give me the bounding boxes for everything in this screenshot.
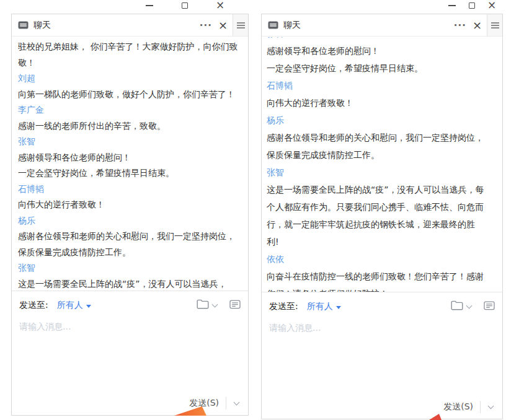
message-text: 一定会坚守好岗位，希望疫情早日结束。	[18, 165, 241, 182]
maximize-icon[interactable]	[467, 1, 477, 10]
panel-close-icon[interactable]: ×	[216, 14, 233, 37]
message-text: 向奋斗在疫情防控一线的老师们致敬！您们辛苦了！感谢您们！请各位老师们做好防护！	[267, 268, 486, 292]
chat-window: 聊天 ··· × 张智感谢领导和各位老师的慰问！一定会坚守好岗位，希望疫情早日结…	[261, 14, 503, 419]
message-sender: 李广金	[18, 102, 241, 118]
send-button[interactable]: 发送(S)	[441, 400, 476, 414]
message-sender: 张智	[267, 37, 486, 42]
message-text: 一定会坚守好岗位，希望疫情早日结束。	[267, 59, 486, 77]
message-sender: 杨乐	[267, 112, 486, 129]
message-sender: 张智	[267, 164, 486, 181]
chat-window: 聊天 ··· × 驻校的兄弟姐妹， 你们辛苦了！大家做好防护，向你们致敬！刘超向…	[11, 14, 249, 416]
message-sender: 张智	[18, 134, 241, 150]
send-to-dropdown[interactable]: 所有人	[57, 300, 91, 311]
chat-header: 聊天 ··· ×	[262, 14, 502, 37]
send-button[interactable]: 发送(S)	[187, 396, 221, 410]
clipboard-icon[interactable]	[484, 301, 495, 313]
send-to-label: 发送至:	[269, 301, 298, 312]
chat-title: 聊天	[33, 20, 51, 31]
message-list: 驻校的兄弟姐妹， 你们辛苦了！大家做好防护，向你们致敬！刘超向第一梯队的老师们致…	[12, 37, 248, 291]
send-to-dropdown[interactable]: 所有人	[307, 301, 341, 312]
panel-close-icon[interactable]: ×	[470, 14, 487, 37]
folder-options-chevron-icon[interactable]	[212, 302, 218, 308]
message-text: 感谢领导和各位老师的慰问！	[267, 42, 486, 59]
input-placeholder: 请输入消息...	[19, 322, 71, 331]
compose-area: 发送至: 所有人 请输入消息... 发送(S)	[12, 291, 248, 415]
hamburger-icon	[491, 22, 499, 28]
caret-down-icon	[86, 305, 91, 308]
sidebar-toggle-button[interactable]	[233, 14, 248, 36]
input-placeholder: 请输入消息...	[269, 323, 321, 333]
message-text: 感谢一线的老师所付出的辛苦，致敬。	[18, 118, 241, 134]
compose-area: 发送至: 所有人 请输入消息... 发送(S)	[262, 292, 502, 419]
message-input[interactable]: 请输入消息...	[269, 323, 495, 334]
send-options-chevron-icon[interactable]	[485, 401, 496, 413]
message-sender: 张智	[18, 260, 241, 276]
message-text: 感谢各位领导和老师的关心和慰问，我们一定坚持岗位，保质保量完成疫情防控工作。	[267, 129, 486, 164]
hamburger-icon	[237, 22, 245, 28]
message-text: 这是一场需要全民上阵的战“疫”，没有人可以当逃兵，	[18, 276, 241, 291]
message-text: 感谢领导和各位老师的慰问！	[18, 150, 241, 166]
message-sender: 刘超	[18, 71, 241, 87]
chat-bubble-icon	[18, 21, 29, 30]
send-to-label: 发送至:	[19, 300, 48, 311]
message-text: 向伟大的逆行者致敬！	[267, 94, 486, 112]
minimize-icon[interactable]	[144, 1, 154, 10]
message-list: 张智感谢领导和各位老师的慰问！一定会坚守好岗位，希望疫情早日结束。石博韬向伟大的…	[262, 37, 502, 292]
more-icon[interactable]: ···	[450, 14, 470, 37]
message-text: 这是一场需要全民上阵的战“疫”，没有人可以当逃兵，每个人都应有作为。只要我们同心…	[267, 181, 486, 250]
divider	[226, 397, 226, 409]
chat-title: 聊天	[283, 20, 301, 31]
close-icon[interactable]: ×	[215, 1, 225, 10]
folder-options-chevron-icon[interactable]	[466, 303, 473, 309]
more-icon[interactable]: ···	[196, 14, 216, 37]
message-text: 向伟大的逆行者致敬！	[18, 197, 241, 213]
sidebar-toggle-button[interactable]	[487, 14, 502, 36]
message-text: 向第一梯队的老师们致敬，做好个人防护，你们辛苦了！	[18, 87, 241, 103]
message-input[interactable]: 请输入消息...	[19, 322, 241, 333]
window-controls: ×	[447, 1, 497, 10]
maximize-icon[interactable]	[180, 1, 190, 10]
message-text: 感谢各位领导和老师的关心和慰问，我们一定坚持岗位，保质保量完成疫情防控工作。	[18, 229, 241, 260]
chat-bubble-icon	[268, 21, 278, 30]
send-file-folder-icon[interactable]	[451, 300, 463, 313]
minimize-icon[interactable]	[447, 1, 457, 10]
send-file-folder-icon[interactable]	[197, 299, 209, 312]
divider	[480, 401, 481, 413]
clipboard-icon[interactable]	[229, 300, 241, 312]
message-sender: 依依	[267, 250, 486, 268]
message-sender: 杨乐	[18, 213, 241, 229]
caret-down-icon	[336, 306, 341, 309]
chat-header: 聊天 ··· ×	[12, 14, 248, 37]
send-options-chevron-icon[interactable]	[231, 397, 242, 409]
message-sender: 石博韬	[18, 182, 241, 198]
window-controls: ×	[144, 1, 225, 10]
close-icon[interactable]: ×	[487, 1, 497, 10]
message-text: 驻校的兄弟姐妹， 你们辛苦了！大家做好防护，向你们致敬！	[18, 39, 241, 71]
message-sender: 石博韬	[267, 77, 486, 94]
